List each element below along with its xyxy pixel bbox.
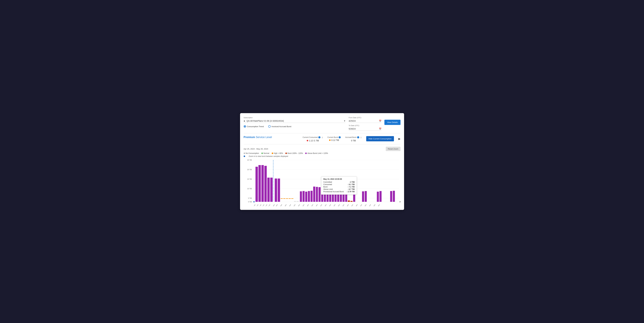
- view-details-column: View Details: [384, 117, 400, 125]
- subscription-value: QA-All-RatePlans-V1-06 (A-S00024534): [246, 120, 284, 122]
- view-details-button[interactable]: View Details: [384, 120, 400, 125]
- svg-text:26 Apr: 26 Apr: [256, 204, 258, 206]
- legend-row-2: Zoom in to view burst between samples di…: [244, 155, 400, 157]
- bar-7: [275, 179, 277, 202]
- svg-text:09 May: 09 May: [301, 204, 304, 206]
- bar-p4: [308, 191, 310, 202]
- hide-consumption-button[interactable]: Hide Current Consumption: [366, 136, 394, 141]
- current-burst-info-icon[interactable]: i: [339, 136, 341, 138]
- bar-orange-4: [288, 198, 290, 199]
- zoom-dot: [244, 156, 245, 157]
- bar-5: [267, 178, 270, 202]
- tooltip-above-limit-value: : 6.7 TiB: [348, 188, 354, 190]
- tooltip-consumed-value: : 9.1 TiB: [348, 183, 354, 186]
- high-dot: [272, 153, 273, 154]
- current-consumed-value: 1.12 /1 TiB: [302, 139, 323, 142]
- svg-text:04 May: 04 May: [284, 204, 287, 206]
- bar-p22: [377, 192, 379, 202]
- from-date-calendar-icon: 📅: [379, 120, 382, 122]
- svg-text:30 Apr: 30 Apr: [268, 204, 270, 206]
- zoom-hint-text: Zoom in to view burst between samples di…: [249, 155, 288, 157]
- to-date-label: To Date (UTC): [348, 125, 382, 126]
- tooltip-burst-label: Burst: [324, 186, 328, 188]
- from-date-field[interactable]: 4/25/24 📅: [348, 119, 382, 123]
- svg-text:16 May: 16 May: [332, 204, 336, 206]
- svg-text:►: ►: [399, 200, 400, 203]
- svg-text:10 May: 10 May: [306, 204, 309, 206]
- tooltip-burst: Burst : 7.1 TiB: [324, 186, 355, 188]
- tooltip-above-limit-label: Above Limit: [324, 188, 333, 190]
- bar-p20: [362, 191, 364, 202]
- subscription-field[interactable]: ► QA-All-RatePlans-V1-06 (A-S00024534) ▼: [244, 119, 346, 123]
- normal-label: Normal: [264, 152, 269, 154]
- radio-consumption-trend[interactable]: Consumption Trend: [244, 125, 264, 128]
- bar-do1: [348, 200, 350, 202]
- chart-area[interactable]: 25 TiB 20 TiB 15 TiB 10 TiB 5 TiB 0 TiB: [244, 159, 400, 206]
- legend-no-consumption: No Consumption: [244, 152, 259, 154]
- bar-p1: [300, 191, 302, 202]
- metrics-row: Current Consumed i ↓ 1.12 /1 TiB Current…: [302, 136, 400, 142]
- radio-group: Consumption Trend Invoiced Accrued Burst: [244, 125, 346, 128]
- to-date-calendar-icon: 📅: [379, 128, 382, 130]
- current-consumed-label: Current Consumed i ↓: [302, 136, 323, 139]
- premium-label: Premium: [244, 136, 255, 139]
- svg-text:26 May: 26 May: [377, 204, 380, 206]
- burst-dot: [286, 153, 287, 154]
- svg-text:05 May: 05 May: [288, 204, 291, 206]
- current-burst-value: 0.12 TiB: [328, 139, 341, 141]
- svg-text:06 May: 06 May: [292, 204, 296, 206]
- normal-dot: [262, 153, 263, 154]
- svg-text:11 May: 11 May: [310, 204, 314, 206]
- svg-text:19 May: 19 May: [346, 204, 349, 206]
- from-date-label: From Date (UTC): [348, 117, 382, 119]
- bar-orange-1: [280, 198, 283, 199]
- svg-text:25 TiB: 25 TiB: [247, 159, 252, 161]
- svg-text:24 May: 24 May: [368, 204, 371, 206]
- svg-text:5 TiB: 5 TiB: [248, 197, 252, 199]
- legend-burst: Burst 100% - 120%: [286, 152, 303, 154]
- svg-text:0 TiB: 0 TiB: [248, 201, 252, 203]
- bar-2: [258, 165, 261, 202]
- radio-invoiced-accrued-burst[interactable]: Invoiced Accrued Burst: [268, 125, 291, 128]
- service-level-label: Service Level: [256, 136, 272, 139]
- tooltip-above-limit: Above Limit : 6.7 TiB: [324, 188, 355, 190]
- bar-gray-2: [296, 201, 299, 202]
- reset-zoom-button[interactable]: Reset Zoom: [386, 147, 400, 151]
- to-date-field[interactable]: 5/26/24 📅: [348, 127, 382, 131]
- bar-3: [262, 165, 264, 202]
- zero-marker: [253, 201, 254, 202]
- accrued-burst-info-icon[interactable]: i: [357, 136, 359, 138]
- svg-text:25 May: 25 May: [372, 204, 376, 206]
- bar-p21: [364, 191, 367, 202]
- svg-text:01 May: 01 May: [272, 204, 275, 206]
- arrow-icon: ►: [244, 120, 246, 122]
- bar-p25: [393, 191, 395, 202]
- tooltip-committed-label: Committed: [324, 181, 332, 183]
- current-consumed-info-icon[interactable]: i: [318, 136, 320, 138]
- current-burst-label: Current Burst i: [328, 136, 341, 138]
- svg-text:20 May: 20 May: [350, 204, 354, 206]
- bar-do2: [350, 201, 352, 202]
- chart-header: Apr 25, 2024 - May 26, 2024 Reset Zoom: [244, 147, 400, 151]
- svg-text:27 Apr: 27 Apr: [259, 204, 262, 206]
- tooltip-committed: Committed : 2 TiB: [324, 181, 355, 183]
- svg-text:02 May: 02 May: [275, 204, 278, 206]
- subscription-column: Subscription ► QA-All-RatePlans-V1-06 (A…: [244, 117, 346, 128]
- svg-text:15 May: 15 May: [328, 204, 331, 206]
- bar-orange-5: [291, 198, 293, 199]
- divider-1: [244, 133, 400, 133]
- svg-text:21 May: 21 May: [355, 204, 358, 206]
- bar-highlighted: [313, 187, 315, 202]
- current-consumed-metric: Current Consumed i ↓ 1.12 /1 TiB: [302, 136, 323, 142]
- legend-above-burst: Above Burst Limit > 120%: [305, 152, 328, 154]
- svg-text:13 May: 13 May: [319, 204, 322, 206]
- tooltip-consumed-label: Consumed: [324, 183, 332, 186]
- bar-orange-3: [286, 198, 288, 199]
- bar-8: [278, 179, 280, 202]
- svg-text:20 TiB: 20 TiB: [247, 169, 252, 170]
- high-label: High > 80%: [274, 152, 283, 154]
- bar-p3: [305, 192, 307, 202]
- svg-text:29 Apr: 29 Apr: [265, 204, 268, 206]
- radio-consumption-trend-circle: [244, 125, 246, 128]
- tooltip-committed-value: : 2 TiB: [349, 181, 354, 183]
